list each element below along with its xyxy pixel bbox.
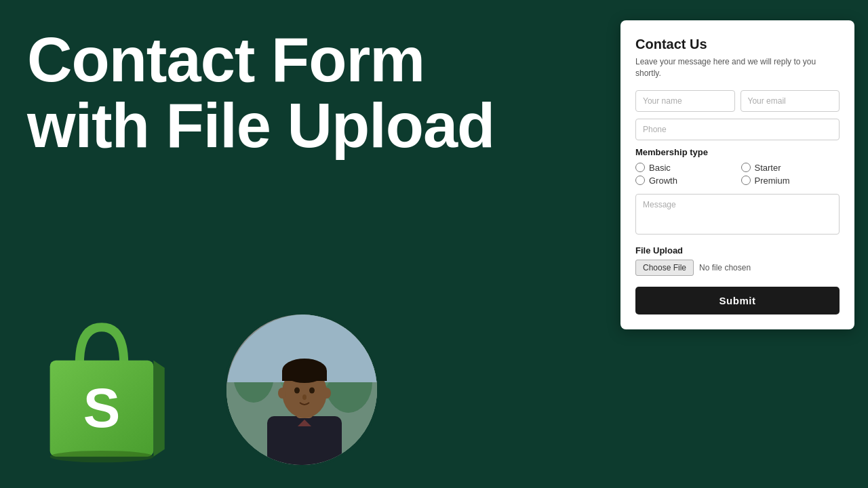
radio-starter-input[interactable] xyxy=(741,163,751,172)
file-upload-label: File Upload xyxy=(635,245,840,256)
radio-premium[interactable]: Premium xyxy=(741,176,840,186)
contact-form-card: Contact Us Leave your message here and w… xyxy=(620,20,854,329)
radio-starter-label: Starter xyxy=(755,163,781,173)
membership-label: Membership type xyxy=(635,147,840,157)
svg-point-17 xyxy=(309,388,315,394)
title-section: Contact Form with File Upload xyxy=(27,27,583,158)
svg-rect-20 xyxy=(282,371,327,381)
membership-section: Membership type Basic Starter Growth Pre… xyxy=(635,147,840,186)
main-title: Contact Form with File Upload xyxy=(27,27,583,158)
radio-basic-label: Basic xyxy=(649,163,671,173)
name-input[interactable] xyxy=(635,90,735,112)
choose-file-button[interactable]: Choose File xyxy=(635,260,694,276)
phone-input[interactable] xyxy=(635,119,840,140)
form-heading: Contact Us xyxy=(635,37,840,52)
svg-point-16 xyxy=(294,388,300,394)
radio-growth-label: Growth xyxy=(649,176,677,186)
name-email-row xyxy=(635,90,840,112)
radio-premium-label: Premium xyxy=(755,176,790,186)
radio-growth-input[interactable] xyxy=(635,176,645,185)
svg-marker-1 xyxy=(153,361,164,457)
radio-premium-input[interactable] xyxy=(741,176,751,185)
radio-growth[interactable]: Growth xyxy=(635,176,734,186)
email-input[interactable] xyxy=(741,90,840,112)
no-file-text: No file chosen xyxy=(699,263,751,272)
form-subtitle: Leave your message here and we will repl… xyxy=(635,56,840,79)
svg-point-18 xyxy=(302,394,307,400)
radio-basic[interactable]: Basic xyxy=(635,163,734,173)
membership-radio-group: Basic Starter Growth Premium xyxy=(635,163,840,186)
svg-point-2 xyxy=(50,451,154,462)
svg-point-21 xyxy=(278,388,286,399)
file-upload-row: Choose File No file chosen xyxy=(635,260,840,276)
radio-starter[interactable]: Starter xyxy=(741,163,840,173)
person-avatar xyxy=(224,312,380,468)
submit-button[interactable]: Submit xyxy=(635,287,840,314)
svg-point-22 xyxy=(323,388,331,399)
shopify-logo: S xyxy=(27,305,176,468)
message-textarea[interactable] xyxy=(635,194,840,235)
radio-basic-input[interactable] xyxy=(635,163,645,172)
phone-row xyxy=(635,119,840,140)
svg-text:S: S xyxy=(83,377,121,439)
